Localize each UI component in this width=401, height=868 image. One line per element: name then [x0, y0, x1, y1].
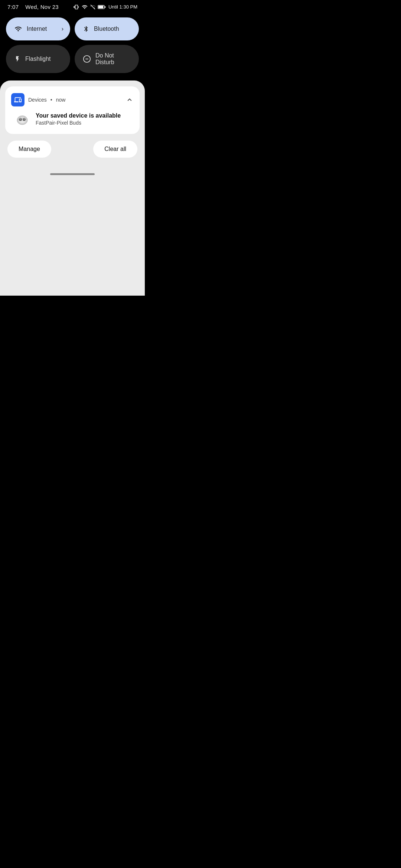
- clear-all-button[interactable]: Clear all: [93, 141, 137, 158]
- dnd-label: Do Not Disturb: [95, 52, 131, 66]
- action-buttons: Manage Clear all: [5, 139, 140, 159]
- svg-point-9: [20, 119, 22, 121]
- pixel-buds-icon: [14, 111, 30, 127]
- bluetooth-tile[interactable]: Bluetooth: [75, 17, 139, 40]
- bluetooth-label: Bluetooth: [94, 26, 119, 32]
- manage-button[interactable]: Manage: [7, 141, 51, 158]
- battery-label: Until 1:30 PM: [108, 4, 137, 10]
- status-icons: Until 1:30 PM: [74, 4, 137, 10]
- svg-rect-2: [98, 6, 103, 8]
- notification-header: Devices • now: [11, 93, 134, 106]
- internet-tile[interactable]: Internet ›: [6, 17, 70, 40]
- svg-point-11: [23, 119, 25, 121]
- home-indicator: [5, 167, 140, 179]
- wifi-status-icon: [81, 4, 88, 10]
- status-time-date: 7:07 Wed, Nov 23: [7, 4, 59, 10]
- vibrate-icon: [74, 4, 79, 10]
- notification-subtitle: FastPair-Pixel Buds: [36, 120, 121, 126]
- flashlight-icon: [14, 55, 21, 63]
- signal-icon: [90, 4, 96, 10]
- notification-card-devices[interactable]: Devices • now: [5, 86, 140, 134]
- notification-app-name: Devices: [28, 97, 47, 103]
- bluetooth-icon: [83, 25, 89, 33]
- home-bar: [50, 173, 95, 175]
- dnd-tile[interactable]: Do Not Disturb: [75, 45, 139, 73]
- collapse-icon[interactable]: [125, 96, 134, 104]
- notification-text-block: Your saved device is available FastPair-…: [36, 112, 121, 126]
- internet-label: Internet: [27, 26, 47, 32]
- wifi-icon: [14, 25, 22, 33]
- notification-dot: •: [50, 97, 52, 103]
- notification-title: Your saved device is available: [36, 112, 121, 119]
- internet-arrow-icon: ›: [62, 26, 63, 32]
- flashlight-label: Flashlight: [25, 56, 50, 62]
- quick-settings: Internet › Bluetooth Flashlight Do Not D…: [0, 13, 145, 80]
- time: 7:07: [7, 4, 19, 10]
- date: Wed, Nov 23: [25, 4, 59, 10]
- status-bar: 7:07 Wed, Nov 23: [0, 0, 145, 13]
- notification-panel: Devices • now: [0, 80, 145, 296]
- svg-rect-3: [105, 6, 105, 8]
- notification-time: now: [56, 97, 66, 103]
- notification-app-info: Devices • now: [11, 93, 65, 106]
- dnd-icon: [83, 55, 91, 63]
- flashlight-tile[interactable]: Flashlight: [6, 45, 70, 73]
- battery-icon: [98, 4, 106, 10]
- devices-app-icon: [11, 93, 25, 106]
- notification-body: Your saved device is available FastPair-…: [11, 111, 134, 127]
